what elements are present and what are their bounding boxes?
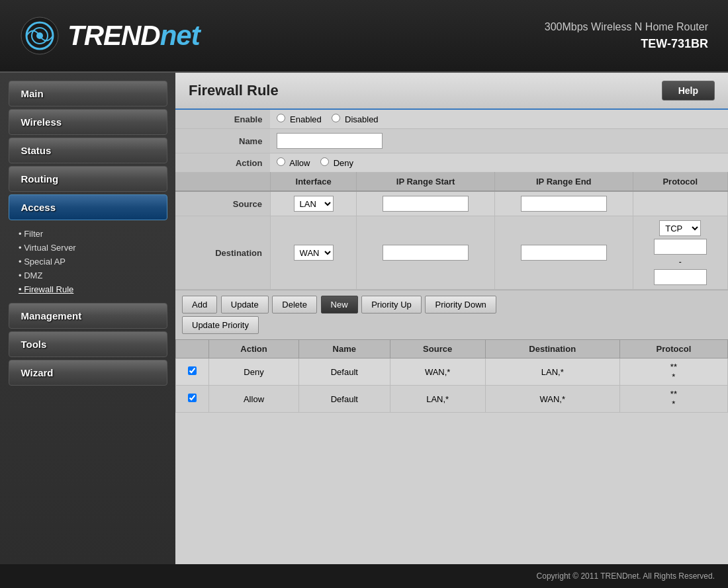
row-destination: LAN,*	[485, 358, 619, 386]
sidebar-item-routing[interactable]: Routing	[9, 166, 167, 192]
col-check	[176, 340, 209, 358]
sidebar-item-management[interactable]: Management	[9, 303, 167, 329]
name-label: Name	[175, 129, 270, 153]
priority-up-button[interactable]: Priority Up	[361, 296, 422, 314]
protocol-area: TCP UDP ICMP Any -	[640, 220, 721, 285]
svg-point-3	[36, 32, 43, 39]
enable-label: Enable	[175, 110, 270, 129]
row-protocol: ***	[619, 386, 727, 413]
destination-ip-end-input[interactable]	[521, 245, 607, 261]
submenu-special-ap[interactable]: • Special AP	[13, 255, 175, 269]
rules-table: Action Name Source Destination Protocol …	[175, 339, 728, 413]
source-ip-end-input[interactable]	[521, 196, 607, 212]
protocol-select[interactable]: TCP UDP ICMP Any	[659, 220, 701, 236]
allow-radio[interactable]	[277, 157, 285, 166]
disabled-radio[interactable]	[332, 114, 340, 122]
destination-ip-end-cell	[494, 216, 633, 290]
delete-button[interactable]: Delete	[272, 296, 317, 314]
source-row: Source LAN WAN	[175, 191, 728, 216]
col-destination: Destination	[485, 340, 619, 358]
col-header-protocol: Protocol	[633, 173, 727, 192]
row-source: LAN,*	[390, 386, 485, 413]
destination-ip-start-input[interactable]	[383, 245, 469, 261]
new-button[interactable]: New	[321, 296, 358, 314]
row-checkbox[interactable]	[188, 394, 197, 402]
row-checkbox[interactable]	[188, 366, 197, 375]
sidebar-item-tools[interactable]: Tools	[9, 331, 167, 357]
model-number: TEW-731BR	[545, 35, 708, 53]
router-info: 300Mbps Wireless N Home Router TEW-731BR	[545, 19, 708, 53]
destination-interface-cell: WAN LAN	[270, 216, 356, 290]
submenu-firewall-rule[interactable]: • Firewall Rule	[13, 282, 175, 296]
column-headers: Interface IP Range Start IP Range End Pr…	[175, 173, 728, 192]
content-area: Firewall Rule Help SetupRouter.com Enabl…	[175, 73, 728, 564]
row-name: Default	[298, 386, 390, 413]
protocol-port-end[interactable]	[654, 269, 707, 285]
source-ip-end-cell	[494, 191, 633, 216]
update-button[interactable]: Update	[221, 296, 269, 314]
rules-header-row: Action Name Source Destination Protocol	[176, 340, 728, 358]
form-table: Enable Enabled Disabled Name	[175, 110, 728, 290]
sidebar-item-wizard[interactable]: Wizard	[9, 360, 167, 386]
source-label: Source	[175, 191, 270, 216]
col-header-empty	[175, 173, 270, 192]
row-action: Allow	[209, 386, 299, 413]
enabled-option[interactable]: Enabled	[277, 114, 324, 124]
help-button[interactable]: Help	[662, 81, 715, 101]
buttons-row: Add Update Delete New Priority Up Priori…	[175, 290, 728, 339]
copyright-text: Copyright © 2011 TRENDnet. All Rights Re…	[537, 571, 715, 581]
page-title: Firewall Rule	[189, 82, 279, 99]
protocol-port-start[interactable]	[654, 239, 707, 255]
add-button[interactable]: Add	[182, 296, 217, 314]
deny-radio[interactable]	[320, 157, 329, 166]
destination-ip-start-cell	[357, 216, 495, 290]
source-interface-cell: LAN WAN	[270, 191, 356, 216]
disabled-option[interactable]: Disabled	[332, 114, 378, 124]
action-options: Allow Deny	[270, 153, 727, 173]
name-cell	[270, 129, 727, 153]
main-layout: Main Wireless Status Routing Access • Fi…	[0, 73, 728, 564]
source-ip-start-input[interactable]	[383, 196, 469, 212]
destination-label: Destination	[175, 216, 270, 290]
col-source: Source	[390, 340, 485, 358]
access-submenu: • Filter • Virtual Server • Special AP •…	[0, 223, 175, 300]
col-header-ip-start: IP Range Start	[357, 173, 495, 192]
product-line: 300Mbps Wireless N Home Router	[545, 19, 708, 35]
update-priority-button[interactable]: Update Priority	[182, 316, 259, 334]
footer: Copyright © 2011 TRENDnet. All Rights Re…	[0, 564, 728, 588]
row-destination: WAN,*	[485, 386, 619, 413]
submenu-filter[interactable]: • Filter	[13, 227, 175, 241]
form-area: SetupRouter.com Enable Enabled Disabled	[175, 110, 728, 564]
page-header: Firewall Rule Help	[175, 73, 728, 110]
sidebar-item-wireless[interactable]: Wireless	[9, 109, 167, 135]
submenu-dmz[interactable]: • DMZ	[13, 269, 175, 282]
header: TRENDnet 300Mbps Wireless N Home Router …	[0, 0, 728, 73]
deny-option[interactable]: Deny	[320, 158, 353, 168]
submenu-virtual-server[interactable]: • Virtual Server	[13, 241, 175, 255]
logo-area: TRENDnet	[20, 16, 200, 56]
col-action: Action	[209, 340, 299, 358]
row-action: Deny	[209, 358, 299, 386]
sidebar-item-status[interactable]: Status	[9, 138, 167, 163]
source-ip-start-cell	[357, 191, 495, 216]
sidebar-item-access[interactable]: Access	[9, 194, 167, 220]
allow-option[interactable]: Allow	[277, 158, 312, 168]
logo-text: TRENDnet	[68, 20, 200, 52]
trendnet-logo-icon	[20, 16, 60, 56]
enabled-radio[interactable]	[277, 114, 285, 122]
destination-row: Destination WAN LAN	[175, 216, 728, 290]
source-protocol-cell	[633, 191, 727, 216]
logo-trend: TREND	[68, 20, 160, 51]
name-input[interactable]	[277, 133, 383, 149]
action-label: Action	[175, 153, 270, 173]
row-source: WAN,*	[390, 358, 485, 386]
logo-net: net	[160, 20, 200, 51]
row-protocol: ***	[619, 358, 727, 386]
name-row: Name	[175, 129, 728, 153]
destination-interface-select[interactable]: WAN LAN	[294, 245, 334, 261]
priority-down-button[interactable]: Priority Down	[425, 296, 496, 314]
table-row: AllowDefaultLAN,*WAN,****	[176, 386, 728, 413]
sidebar-item-main[interactable]: Main	[9, 81, 167, 106]
enable-row: Enable Enabled Disabled	[175, 110, 728, 129]
source-interface-select[interactable]: LAN WAN	[294, 196, 334, 212]
